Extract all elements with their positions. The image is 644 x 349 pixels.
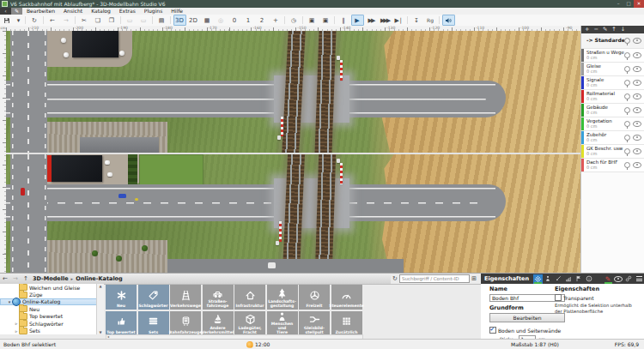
chart-icon[interactable] — [564, 274, 574, 284]
menu-icon[interactable] — [635, 274, 644, 284]
pin-icon[interactable] — [624, 52, 630, 58]
zoom-2-button[interactable]: 2 — [256, 15, 269, 26]
catalog-tile[interactable]: Top bewertet — [106, 311, 137, 336]
viewport-top[interactable] — [6, 31, 581, 153]
tree-item[interactable]: Top bewertet — [0, 313, 103, 320]
layer-row[interactable]: Straßen u Wege0 cm — [581, 49, 644, 63]
refresh-icon[interactable]: ↻ — [391, 275, 399, 282]
catalog-tile[interactable]: Zusätzlich — [331, 311, 362, 336]
pause-button[interactable]: ‖ — [337, 15, 350, 26]
eye-icon[interactable] — [633, 162, 641, 168]
copy-button[interactable]: ❐ — [106, 15, 118, 26]
redo-button[interactable]: → — [60, 15, 73, 26]
pin-icon[interactable] — [624, 135, 630, 141]
tree-item[interactable]: Neu — [0, 305, 103, 312]
layer-row[interactable]: Gleise0 cm — [581, 63, 644, 76]
tree-scrollbar[interactable]: ▲ ▼ — [96, 284, 104, 334]
view-3d-button[interactable]: 3D — [173, 15, 186, 26]
catalog-tile[interactable]: Steuerelemente — [331, 285, 362, 310]
zoom-1-button[interactable]: 1 — [242, 15, 255, 26]
gear-icon[interactable] — [533, 274, 543, 284]
visibility-icon[interactable] — [614, 274, 623, 284]
menu-hilfe[interactable]: Hilfe — [167, 8, 187, 15]
eye-icon[interactable] — [633, 80, 641, 86]
close-button[interactable]: ✕ — [634, 0, 644, 8]
catalog-tile[interactable]: Verkehrswege — [170, 285, 201, 310]
catalog-up-button[interactable]: ↑ — [21, 275, 31, 282]
back-button[interactable]: ‹ — [0, 8, 11, 15]
pin-icon[interactable] — [624, 38, 630, 44]
tree-item[interactable]: ▹ Schlagwörter — [0, 320, 103, 327]
pin-icon[interactable] — [624, 66, 630, 72]
gravity-button[interactable]: ↧ — [410, 15, 423, 26]
fast-forward-button[interactable]: ▶▶ — [365, 15, 378, 26]
catalog-tile[interactable]: Landschafts- gestaltung — [267, 285, 298, 310]
view-2d-button[interactable]: 2D — [187, 15, 200, 26]
pin-icon[interactable] — [624, 107, 630, 113]
layer-row[interactable]: Vegetation0 cm — [581, 117, 644, 131]
faster-forward-button[interactable]: ▶▶▶ — [379, 15, 392, 26]
eye-icon[interactable] — [633, 66, 641, 72]
catalog-tile[interactable]: Straßen- fahrzeuge — [203, 285, 234, 310]
catalog-tile[interactable]: Ladegüter, Fracht — [234, 311, 265, 336]
transparent-checkbox[interactable] — [555, 294, 562, 301]
tree-item[interactable]: ▹ Sets — [0, 327, 103, 334]
eye-icon[interactable] — [633, 38, 641, 44]
eye-icon[interactable] — [633, 52, 641, 58]
group-button[interactable]: ▭ — [124, 15, 137, 26]
catalog-tile[interactable]: Schlagwörter — [138, 285, 169, 310]
boden-checkbox[interactable] — [489, 327, 496, 334]
minimize-button[interactable]: – — [613, 0, 623, 8]
maximize-button[interactable]: □ — [623, 0, 634, 8]
info-icon[interactable] — [585, 274, 594, 284]
clock-icon[interactable] — [246, 341, 253, 348]
bearbeiten-button[interactable]: Bearbeiten — [489, 313, 565, 322]
eye-icon[interactable] — [633, 135, 641, 141]
catalog-forward-button[interactable]: → — [10, 275, 21, 282]
breadcrumb-root[interactable]: 3D-Modelle — [33, 275, 69, 282]
name-input[interactable] — [489, 294, 565, 302]
catalog-back-button[interactable]: ← — [0, 275, 10, 282]
remove-layer-button[interactable]: − — [593, 26, 598, 33]
edit-mode-button[interactable]: ✎ — [11, 8, 22, 15]
grid-view-icon[interactable]: ⊞ — [470, 275, 478, 282]
eye-icon[interactable] — [633, 93, 641, 99]
tree-item[interactable]: ▾ Online-Katalog — [0, 298, 103, 305]
layer-row[interactable]: Rollmaterial0 cm — [581, 90, 644, 104]
camera-1-button[interactable]: ▣ — [306, 15, 319, 26]
catalog-tile[interactable]: Menschen und Tiere — [267, 311, 298, 336]
flag-icon[interactable] — [574, 274, 584, 284]
layer-down-button[interactable]: ↓ — [621, 26, 625, 33]
link-icon[interactable] — [624, 274, 634, 284]
camera-2-button[interactable]: ▣ — [319, 15, 332, 26]
new-button[interactable]: ❏ — [92, 15, 105, 26]
pin-icon[interactable] — [624, 80, 630, 86]
menu-katalog[interactable]: Katalog — [87, 8, 115, 15]
grid-button[interactable]: ▦ — [201, 15, 214, 26]
scroll-down-icon[interactable]: ▼ — [97, 330, 104, 334]
list-view-button[interactable]: ▤ — [155, 15, 168, 26]
pin-icon[interactable] — [624, 121, 630, 127]
clock-button[interactable]: ◷ — [288, 15, 301, 26]
catalog-tile[interactable]: Infrastruktur — [234, 285, 265, 310]
layer-row[interactable]: Signale0 cm — [581, 76, 644, 90]
edit-layer-button[interactable]: ✎ — [603, 26, 607, 33]
sync-button[interactable]: ↻ — [28, 15, 41, 26]
zoom-plus-button[interactable]: + — [270, 15, 283, 26]
light-button[interactable]: ◎ — [215, 15, 228, 26]
viewport-bottom[interactable] — [6, 154, 581, 273]
catalog-tile[interactable]: Freizeit — [299, 285, 330, 310]
menu-ansicht[interactable]: Ansicht — [59, 8, 87, 15]
zoom-0-button[interactable]: 0 — [228, 15, 241, 26]
red-pen-icon[interactable]: ✎ — [604, 274, 613, 284]
tree-item[interactable]: Weichen und Gleise — [0, 284, 103, 291]
ungroup-button[interactable]: ▭ — [137, 15, 150, 26]
save-button[interactable] — [1, 15, 14, 26]
menu-bearbeiten[interactable]: Bearbeiten — [22, 8, 59, 15]
pin-icon[interactable] — [624, 162, 630, 168]
catalog-tile[interactable]: Andere Verkehrsmittel — [203, 311, 234, 336]
step-button[interactable]: ▶❘ — [392, 15, 405, 26]
undo-button[interactable]: ← — [46, 15, 59, 26]
eye-icon[interactable] — [633, 107, 641, 113]
add-layer-button[interactable]: + — [585, 26, 589, 33]
